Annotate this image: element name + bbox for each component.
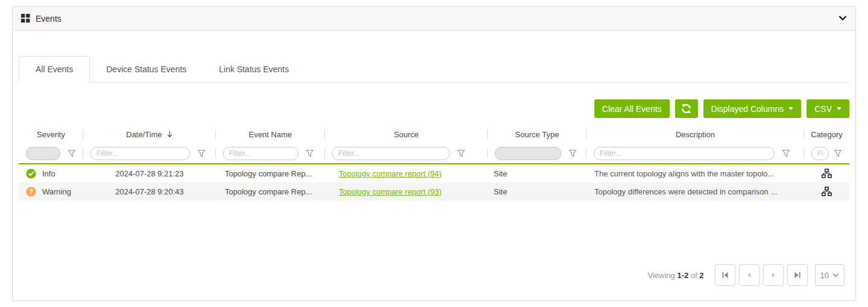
filter-cell-description <box>587 144 804 163</box>
caret-down-icon <box>837 107 841 110</box>
next-page-button[interactable] <box>763 264 784 286</box>
datetime-cell: 2024-07-28 9:21:23 <box>83 169 216 178</box>
source-filter-input[interactable] <box>332 147 450 160</box>
page-size-select[interactable]: 10 <box>815 264 844 286</box>
category-cell <box>804 169 849 178</box>
table-header-row: Severity Date/Time Event Name Source <box>19 125 849 144</box>
tab-all-events[interactable]: All Events <box>19 56 90 82</box>
chevron-right-icon <box>770 271 777 279</box>
table-row[interactable]: Info 2024-07-28 9:21:23 Topology compare… <box>19 164 849 182</box>
funnel-filter-icon[interactable] <box>457 149 465 158</box>
column-header-category[interactable]: Category <box>804 130 849 139</box>
severity-filter-select[interactable] <box>26 147 60 160</box>
column-header-source-type[interactable]: Source Type <box>488 130 587 139</box>
topology-icon <box>822 187 832 196</box>
table-body: Info 2024-07-28 9:21:23 Topology compare… <box>19 164 849 200</box>
pagination: Viewing 1-2 of 2 <box>647 264 844 286</box>
filter-cell-datetime <box>83 144 216 163</box>
source-link[interactable]: Topology compare report (93) <box>339 187 442 196</box>
tab-device-status-events[interactable]: Device Status Events <box>90 56 203 82</box>
filter-cell-category <box>804 144 849 163</box>
clear-all-events-label: Clear All Events <box>602 104 662 114</box>
funnel-filter-icon[interactable] <box>782 149 790 158</box>
displayed-columns-label: Displayed Columns <box>711 104 784 114</box>
filter-cell-source-type <box>488 144 587 163</box>
severity-label: Warning <box>42 187 71 196</box>
datetime-cell: 2024-07-28 9:20:43 <box>83 187 216 196</box>
column-header-event-name[interactable]: Event Name <box>216 130 325 139</box>
events-panel: Events All Events Device Status Events L… <box>12 6 856 301</box>
event-name-cell: Topology compare Rep... <box>216 169 325 178</box>
column-header-source[interactable]: Source <box>325 130 488 139</box>
previous-page-button[interactable] <box>739 264 760 286</box>
displayed-columns-button[interactable]: Displayed Columns <box>703 99 802 118</box>
check-circle-icon <box>26 169 36 179</box>
collapse-chevron-down-icon[interactable] <box>838 16 847 21</box>
tab-label: Link Status Events <box>219 64 289 74</box>
events-table: Severity Date/Time Event Name Source <box>19 125 849 200</box>
viewing-status: Viewing 1-2 of 2 <box>647 271 703 280</box>
first-page-button[interactable] <box>715 264 735 286</box>
refresh-button[interactable] <box>675 99 698 118</box>
source-type-cell: Site <box>488 187 587 196</box>
table-toolbar: Clear All Events Displayed Columns CSV <box>19 99 849 118</box>
category-filter-input[interactable] <box>811 147 829 160</box>
skip-first-icon <box>722 271 729 279</box>
viewing-total: 2 <box>699 271 703 280</box>
filter-cell-severity <box>19 144 83 163</box>
funnel-filter-icon[interactable] <box>834 149 842 158</box>
source-link[interactable]: Topology compare report (94) <box>339 169 442 178</box>
description-cell: The current topology aligns with the mas… <box>587 169 804 178</box>
funnel-filter-icon[interactable] <box>68 149 76 158</box>
filter-row <box>19 144 849 164</box>
tab-label: Device Status Events <box>106 64 186 74</box>
chevron-left-icon <box>746 271 753 279</box>
clear-all-events-button[interactable]: Clear All Events <box>594 99 670 118</box>
funnel-filter-icon[interactable] <box>306 149 314 158</box>
tab-link-status-events[interactable]: Link Status Events <box>203 56 305 82</box>
event-name-filter-input[interactable] <box>223 147 298 160</box>
tab-label: All Events <box>36 64 73 74</box>
column-header-datetime[interactable]: Date/Time <box>83 130 216 139</box>
refresh-icon <box>681 104 691 114</box>
source-type-cell: Site <box>488 169 587 178</box>
severity-label: Info <box>42 169 55 178</box>
source-type-filter-select[interactable] <box>495 147 561 160</box>
source-cell: Topology compare report (93) <box>325 187 488 196</box>
filter-cell-event-name <box>216 144 325 163</box>
funnel-filter-icon[interactable] <box>568 149 577 158</box>
chevron-down-icon <box>832 273 839 278</box>
column-header-description[interactable]: Description <box>587 130 804 139</box>
description-cell: Topology differences were detected in co… <box>587 187 804 196</box>
grid-icon <box>21 14 30 23</box>
panel-header: Events <box>13 7 855 31</box>
events-tab-bar: All Events Device Status Events Link Sta… <box>19 56 849 82</box>
column-header-severity[interactable]: Severity <box>19 130 83 139</box>
csv-export-button[interactable]: CSV <box>807 99 849 118</box>
topology-icon <box>822 169 832 178</box>
table-row[interactable]: ? Warning 2024-07-28 9:20:43 Topology co… <box>19 182 849 200</box>
datetime-filter-input[interactable] <box>90 147 190 160</box>
source-cell: Topology compare report (94) <box>325 169 488 178</box>
funnel-filter-icon[interactable] <box>197 149 206 158</box>
viewing-range: 1-2 <box>677 271 688 280</box>
csv-label: CSV <box>814 104 832 114</box>
category-cell <box>804 187 849 196</box>
event-name-cell: Topology compare Rep... <box>216 187 325 196</box>
skip-last-icon <box>794 271 801 279</box>
panel-title: Events <box>36 14 61 23</box>
svg-text:?: ? <box>29 188 33 195</box>
description-filter-input[interactable] <box>594 147 775 160</box>
sort-desc-icon <box>166 131 173 138</box>
page-size-value: 10 <box>820 271 829 280</box>
last-page-button[interactable] <box>787 264 808 286</box>
caret-down-icon <box>788 107 793 110</box>
question-circle-icon: ? <box>26 187 36 197</box>
filter-cell-source <box>325 144 488 163</box>
